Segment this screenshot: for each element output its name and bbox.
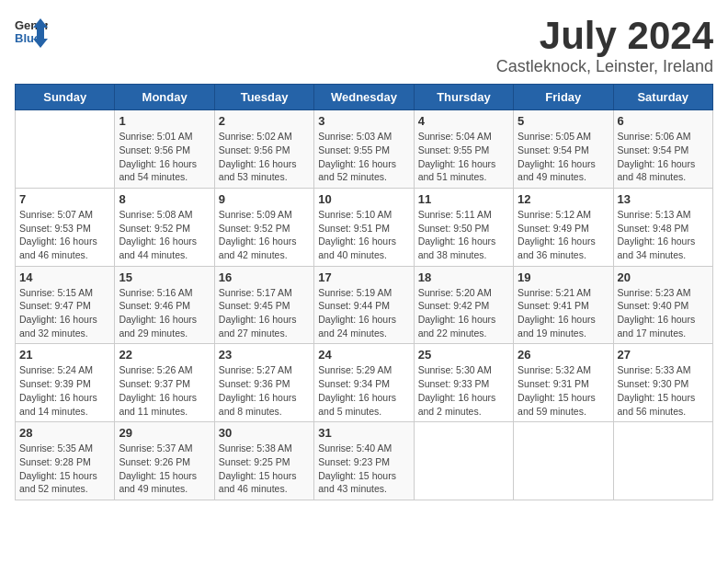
day-cell: 27Sunrise: 5:33 AM Sunset: 9:30 PM Dayli… xyxy=(613,344,712,422)
day-info: Sunrise: 5:19 AM Sunset: 9:44 PM Dayligh… xyxy=(318,286,409,340)
day-number: 9 xyxy=(219,192,310,206)
day-cell: 23Sunrise: 5:27 AM Sunset: 9:36 PM Dayli… xyxy=(214,344,313,422)
day-number: 22 xyxy=(119,348,210,362)
day-info: Sunrise: 5:10 AM Sunset: 9:51 PM Dayligh… xyxy=(318,208,409,262)
day-info: Sunrise: 5:37 AM Sunset: 9:26 PM Dayligh… xyxy=(119,442,210,496)
header-cell-monday: Monday xyxy=(115,85,214,110)
day-number: 19 xyxy=(518,270,609,284)
header-cell-sunday: Sunday xyxy=(16,85,115,110)
day-number: 17 xyxy=(318,270,409,284)
day-cell xyxy=(414,422,513,500)
day-cell: 17Sunrise: 5:19 AM Sunset: 9:44 PM Dayli… xyxy=(314,266,414,344)
day-info: Sunrise: 5:11 AM Sunset: 9:50 PM Dayligh… xyxy=(418,208,509,262)
day-cell: 6Sunrise: 5:06 AM Sunset: 9:54 PM Daylig… xyxy=(613,110,712,189)
day-info: Sunrise: 5:15 AM Sunset: 9:47 PM Dayligh… xyxy=(19,286,110,340)
page-header: General Blue July 2024 Castleknock, Lein… xyxy=(15,15,713,76)
header-cell-saturday: Saturday xyxy=(613,85,712,110)
day-info: Sunrise: 5:21 AM Sunset: 9:41 PM Dayligh… xyxy=(518,286,609,340)
day-number: 11 xyxy=(418,192,509,206)
day-number: 12 xyxy=(518,192,609,206)
day-cell: 28Sunrise: 5:35 AM Sunset: 9:28 PM Dayli… xyxy=(16,422,115,500)
day-number: 21 xyxy=(19,348,110,362)
day-info: Sunrise: 5:40 AM Sunset: 9:23 PM Dayligh… xyxy=(318,442,409,496)
header-cell-tuesday: Tuesday xyxy=(214,85,313,110)
day-cell: 9Sunrise: 5:09 AM Sunset: 9:52 PM Daylig… xyxy=(214,188,313,266)
day-info: Sunrise: 5:17 AM Sunset: 9:45 PM Dayligh… xyxy=(219,286,310,340)
day-number: 14 xyxy=(19,270,110,284)
day-number: 28 xyxy=(19,426,110,440)
day-info: Sunrise: 5:33 AM Sunset: 9:30 PM Dayligh… xyxy=(618,363,709,418)
day-number: 27 xyxy=(618,348,709,362)
day-info: Sunrise: 5:29 AM Sunset: 9:34 PM Dayligh… xyxy=(318,363,409,418)
day-cell: 1Sunrise: 5:01 AM Sunset: 9:56 PM Daylig… xyxy=(115,110,214,189)
day-cell: 24Sunrise: 5:29 AM Sunset: 9:34 PM Dayli… xyxy=(314,344,414,422)
day-number: 10 xyxy=(318,192,409,206)
day-info: Sunrise: 5:20 AM Sunset: 9:42 PM Dayligh… xyxy=(418,286,509,340)
day-number: 1 xyxy=(119,114,210,128)
day-info: Sunrise: 5:30 AM Sunset: 9:33 PM Dayligh… xyxy=(418,363,509,418)
day-cell: 13Sunrise: 5:13 AM Sunset: 9:48 PM Dayli… xyxy=(613,188,712,266)
day-cell xyxy=(16,110,115,189)
day-info: Sunrise: 5:38 AM Sunset: 9:25 PM Dayligh… xyxy=(219,442,310,496)
calendar-table: SundayMondayTuesdayWednesdayThursdayFrid… xyxy=(15,84,713,500)
day-info: Sunrise: 5:16 AM Sunset: 9:46 PM Dayligh… xyxy=(119,286,210,340)
week-row-4: 21Sunrise: 5:24 AM Sunset: 9:39 PM Dayli… xyxy=(16,344,713,422)
day-cell: 8Sunrise: 5:08 AM Sunset: 9:52 PM Daylig… xyxy=(115,188,214,266)
day-info: Sunrise: 5:23 AM Sunset: 9:40 PM Dayligh… xyxy=(618,286,709,340)
header-cell-friday: Friday xyxy=(514,85,613,110)
day-number: 8 xyxy=(119,192,210,206)
header-row: SundayMondayTuesdayWednesdayThursdayFrid… xyxy=(16,85,713,110)
day-info: Sunrise: 5:12 AM Sunset: 9:49 PM Dayligh… xyxy=(518,208,609,262)
day-info: Sunrise: 5:26 AM Sunset: 9:37 PM Dayligh… xyxy=(119,363,210,418)
day-cell: 11Sunrise: 5:11 AM Sunset: 9:50 PM Dayli… xyxy=(414,188,513,266)
day-info: Sunrise: 5:24 AM Sunset: 9:39 PM Dayligh… xyxy=(19,363,110,418)
logo: General Blue xyxy=(15,15,51,48)
week-row-3: 14Sunrise: 5:15 AM Sunset: 9:47 PM Dayli… xyxy=(16,266,713,344)
day-cell: 14Sunrise: 5:15 AM Sunset: 9:47 PM Dayli… xyxy=(16,266,115,344)
day-number: 29 xyxy=(119,426,210,440)
day-info: Sunrise: 5:07 AM Sunset: 9:53 PM Dayligh… xyxy=(19,208,110,262)
day-info: Sunrise: 5:35 AM Sunset: 9:28 PM Dayligh… xyxy=(19,442,110,496)
day-cell: 22Sunrise: 5:26 AM Sunset: 9:37 PM Dayli… xyxy=(115,344,214,422)
day-cell xyxy=(613,422,712,500)
day-info: Sunrise: 5:01 AM Sunset: 9:56 PM Dayligh… xyxy=(119,130,210,184)
day-cell: 3Sunrise: 5:03 AM Sunset: 9:55 PM Daylig… xyxy=(314,110,414,189)
day-info: Sunrise: 5:06 AM Sunset: 9:54 PM Dayligh… xyxy=(618,130,709,184)
day-cell: 16Sunrise: 5:17 AM Sunset: 9:45 PM Dayli… xyxy=(214,266,313,344)
day-cell: 5Sunrise: 5:05 AM Sunset: 9:54 PM Daylig… xyxy=(514,110,613,189)
day-cell: 20Sunrise: 5:23 AM Sunset: 9:40 PM Dayli… xyxy=(613,266,712,344)
day-info: Sunrise: 5:13 AM Sunset: 9:48 PM Dayligh… xyxy=(618,208,709,262)
title-block: July 2024 Castleknock, Leinster, Ireland xyxy=(496,15,713,76)
day-number: 5 xyxy=(518,114,609,128)
day-info: Sunrise: 5:02 AM Sunset: 9:56 PM Dayligh… xyxy=(219,130,310,184)
day-number: 26 xyxy=(518,348,609,362)
main-title: July 2024 xyxy=(496,15,713,57)
day-cell: 10Sunrise: 5:10 AM Sunset: 9:51 PM Dayli… xyxy=(314,188,414,266)
day-info: Sunrise: 5:09 AM Sunset: 9:52 PM Dayligh… xyxy=(219,208,310,262)
day-number: 15 xyxy=(119,270,210,284)
day-number: 4 xyxy=(418,114,509,128)
header-cell-wednesday: Wednesday xyxy=(314,85,414,110)
day-number: 30 xyxy=(219,426,310,440)
day-info: Sunrise: 5:04 AM Sunset: 9:55 PM Dayligh… xyxy=(418,130,509,184)
day-cell: 18Sunrise: 5:20 AM Sunset: 9:42 PM Dayli… xyxy=(414,266,513,344)
day-number: 20 xyxy=(618,270,709,284)
week-row-2: 7Sunrise: 5:07 AM Sunset: 9:53 PM Daylig… xyxy=(16,188,713,266)
day-info: Sunrise: 5:08 AM Sunset: 9:52 PM Dayligh… xyxy=(119,208,210,262)
week-row-5: 28Sunrise: 5:35 AM Sunset: 9:28 PM Dayli… xyxy=(16,422,713,500)
day-number: 31 xyxy=(318,426,409,440)
subtitle: Castleknock, Leinster, Ireland xyxy=(496,57,713,76)
day-cell: 29Sunrise: 5:37 AM Sunset: 9:26 PM Dayli… xyxy=(115,422,214,500)
day-cell: 26Sunrise: 5:32 AM Sunset: 9:31 PM Dayli… xyxy=(514,344,613,422)
header-cell-thursday: Thursday xyxy=(414,85,513,110)
day-cell: 7Sunrise: 5:07 AM Sunset: 9:53 PM Daylig… xyxy=(16,188,115,266)
day-cell: 19Sunrise: 5:21 AM Sunset: 9:41 PM Dayli… xyxy=(514,266,613,344)
day-number: 2 xyxy=(219,114,310,128)
day-cell: 30Sunrise: 5:38 AM Sunset: 9:25 PM Dayli… xyxy=(214,422,313,500)
week-row-1: 1Sunrise: 5:01 AM Sunset: 9:56 PM Daylig… xyxy=(16,110,713,189)
day-cell: 2Sunrise: 5:02 AM Sunset: 9:56 PM Daylig… xyxy=(214,110,313,189)
day-cell: 4Sunrise: 5:04 AM Sunset: 9:55 PM Daylig… xyxy=(414,110,513,189)
day-info: Sunrise: 5:32 AM Sunset: 9:31 PM Dayligh… xyxy=(518,363,609,418)
day-cell: 21Sunrise: 5:24 AM Sunset: 9:39 PM Dayli… xyxy=(16,344,115,422)
day-number: 23 xyxy=(219,348,310,362)
